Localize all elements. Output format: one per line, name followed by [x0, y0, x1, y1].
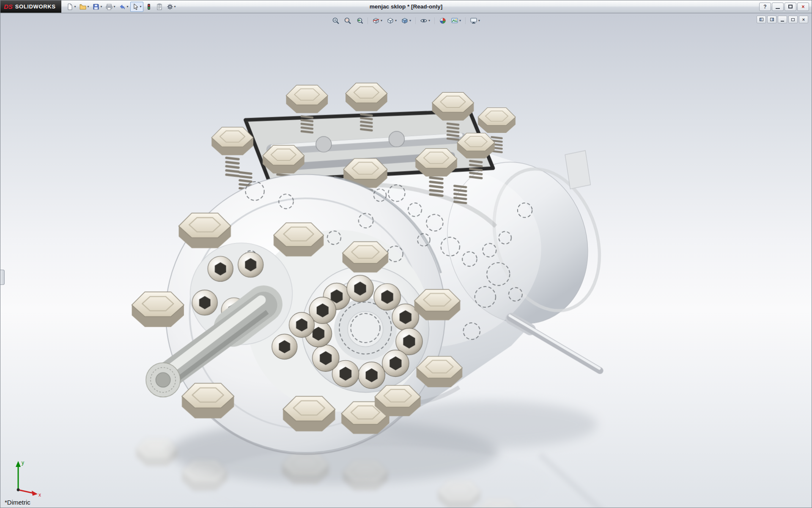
maximize-button[interactable]: [785, 3, 796, 11]
display-style-cube-icon: [401, 17, 409, 25]
close-button[interactable]: ×: [797, 3, 809, 11]
view-settings-icon: [470, 17, 477, 25]
document-window-controls: ×: [757, 16, 808, 23]
output-shaft[interactable]: [510, 315, 600, 370]
maximize-icon: [788, 5, 793, 8]
separator: [368, 17, 368, 24]
select-cursor-icon: [132, 3, 139, 10]
view-orientation-dropdown-arrow[interactable]: ▾: [395, 19, 397, 22]
ds-logo-icon: DS: [4, 3, 13, 10]
minimize-icon: [776, 8, 780, 9]
y-axis-arrow: [16, 461, 21, 467]
view-settings-button[interactable]: ▾: [469, 16, 481, 26]
toggle-task-pane-button[interactable]: [767, 16, 776, 23]
doc-restore-icon: [791, 18, 795, 21]
triad-origin: [17, 489, 20, 491]
options-dropdown-arrow[interactable]: ▾: [174, 5, 176, 8]
heads-up-toolbar: ▾ ▾ ▾ ▾ ▾: [328, 15, 484, 27]
options-gear-icon: [167, 3, 173, 10]
separator: [465, 17, 466, 24]
previous-view-icon: [356, 17, 363, 25]
x-axis-arrow: [32, 491, 38, 496]
collapsed-feature-pane-tab[interactable]: [0, 270, 5, 285]
separator: [434, 17, 435, 24]
section-view-button[interactable]: ▾: [371, 16, 384, 26]
doc-minimize-button[interactable]: [778, 16, 787, 23]
print-icon: [106, 3, 112, 10]
y-axis-label: y: [22, 460, 24, 466]
open-folder-icon: [80, 3, 86, 10]
print-button[interactable]: ▾: [104, 2, 117, 12]
window-title: menjac sklop * [Read-only]: [370, 3, 443, 10]
appearance-sphere-icon: [439, 17, 447, 25]
separator: [415, 17, 416, 24]
undo-dropdown-arrow[interactable]: ▾: [126, 5, 128, 8]
view-settings-dropdown-arrow[interactable]: ▾: [478, 19, 480, 22]
new-file-button[interactable]: ▾: [65, 2, 77, 12]
file-properties-button[interactable]: [154, 2, 165, 12]
apply-scene-button[interactable]: ▾: [450, 16, 462, 26]
open-button[interactable]: ▾: [78, 2, 91, 12]
zoom-to-fit-icon: [332, 17, 340, 25]
new-file-dropdown-arrow[interactable]: ▾: [74, 5, 76, 8]
window-controls: ? ×: [759, 3, 812, 11]
undo-arrow-icon: [119, 3, 126, 10]
minimize-button[interactable]: [772, 3, 784, 11]
view-orientation-label: *Dimetric: [5, 499, 30, 506]
graphics-viewport[interactable]: ▾ ▾ ▾ ▾ ▾: [0, 13, 812, 508]
apply-scene-icon: [451, 17, 458, 25]
title-bar: DS SOLIDWORKS ▾ ▾ ▾ ▾ ▾: [0, 0, 812, 13]
open-dropdown-arrow[interactable]: ▾: [87, 5, 89, 8]
print-dropdown-arrow[interactable]: ▾: [113, 5, 115, 8]
doc-close-button[interactable]: ×: [799, 16, 808, 23]
display-style-dropdown-arrow[interactable]: ▾: [409, 19, 411, 22]
rebuild-button[interactable]: [144, 2, 154, 12]
gearbox-model[interactable]: [0, 14, 812, 508]
new-file-icon: [66, 3, 73, 10]
view-orientation-cube-icon: [387, 17, 394, 25]
section-view-dropdown-arrow[interactable]: ▾: [381, 19, 382, 22]
select-button[interactable]: ▾: [130, 2, 143, 12]
file-properties-icon: [156, 3, 163, 10]
zoom-to-fit-button[interactable]: [331, 16, 341, 26]
zoom-to-area-icon: [344, 17, 351, 25]
previous-view-button[interactable]: [354, 16, 365, 26]
section-view-icon: [372, 17, 380, 25]
solidworks-window: DS SOLIDWORKS ▾ ▾ ▾ ▾ ▾: [0, 0, 812, 508]
save-dropdown-arrow[interactable]: ▾: [100, 5, 102, 8]
x-axis-label: x: [38, 492, 41, 497]
undo-button[interactable]: ▾: [117, 2, 130, 12]
help-button[interactable]: ?: [759, 3, 771, 11]
display-style-button[interactable]: ▾: [400, 16, 412, 26]
apply-scene-dropdown-arrow[interactable]: ▾: [459, 19, 461, 22]
save-button[interactable]: ▾: [91, 2, 104, 12]
options-button[interactable]: ▾: [165, 2, 178, 12]
main-toolbar: ▾ ▾ ▾ ▾ ▾ ▾: [65, 2, 177, 12]
edit-appearance-button[interactable]: [438, 16, 448, 26]
brand-text: SOLIDWORKS: [15, 3, 56, 10]
doc-minimize-icon: [781, 21, 784, 22]
eye-icon: [420, 17, 428, 25]
zoom-to-area-button[interactable]: [343, 16, 353, 26]
view-orientation-button[interactable]: ▾: [385, 16, 398, 26]
rebuild-stoplight-icon: [145, 3, 152, 10]
hide-show-dropdown-arrow[interactable]: ▾: [428, 19, 430, 22]
select-dropdown-arrow[interactable]: ▾: [140, 5, 141, 8]
orientation-triad: y x: [11, 458, 44, 497]
right-pane-icon: [770, 18, 774, 21]
doc-restore-button[interactable]: [788, 16, 798, 23]
save-floppy-icon: [93, 3, 99, 10]
hide-show-items-button[interactable]: ▾: [419, 16, 431, 26]
toggle-feature-pane-button[interactable]: [757, 16, 766, 23]
left-pane-icon: [760, 18, 763, 21]
solidworks-logo: DS SOLIDWORKS: [0, 0, 61, 13]
